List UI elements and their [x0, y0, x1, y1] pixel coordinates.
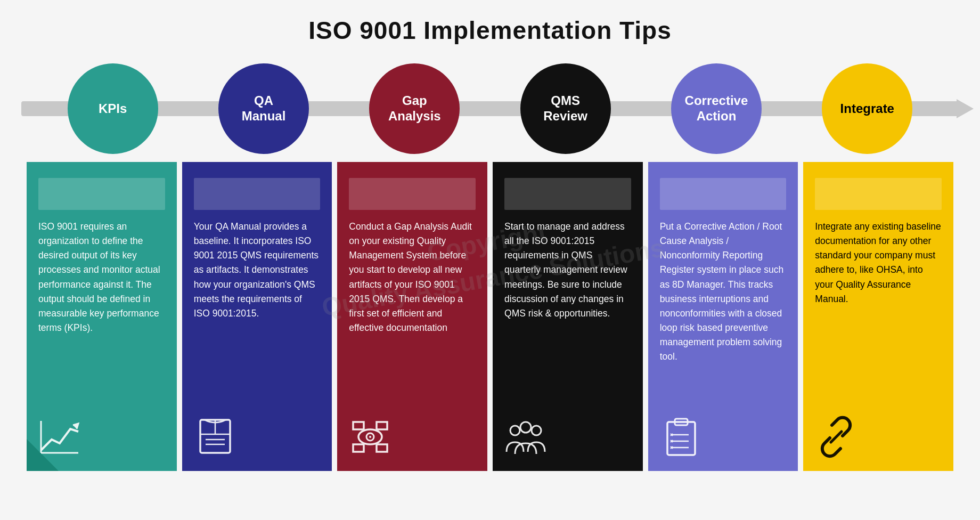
timeline-circles: KPIs QAManual GapAnalysis QMSReview Corr…: [21, 63, 959, 154]
cards-section: ISO 9001 requires an organization to def…: [21, 162, 959, 471]
card-corrective-icon: [660, 416, 787, 460]
page-title: ISO 9001 Implementation Tips: [21, 16, 959, 45]
card-gap: Conduct a Gap Analysis Audit on your exi…: [337, 162, 487, 471]
card-kpi-text: ISO 9001 requires an organization to def…: [38, 220, 165, 407]
card-qms-icon: [504, 416, 631, 460]
svg-point-13: [369, 436, 371, 438]
circle-qa: QAManual: [218, 63, 309, 154]
circle-item-qa: QAManual: [205, 63, 322, 154]
circle-item-corrective: CorrectiveAction: [658, 63, 775, 154]
main-page: CopyrightQuality Assurance Solutions ISO…: [0, 0, 980, 520]
card-kpi: ISO 9001 requires an organization to def…: [27, 162, 177, 471]
card-qms: Start to manage and address all the ISO …: [493, 162, 643, 471]
card-integrate-icon: [815, 416, 942, 460]
card-integrate: Integrate any existing baseline document…: [803, 162, 953, 471]
timeline-section: KPIs QAManual GapAnalysis QMSReview Corr…: [21, 61, 959, 157]
circle-item-gap: GapAnalysis: [356, 63, 473, 154]
card-qms-top-box: [504, 178, 631, 210]
circle-item-kpi: KPIs: [54, 63, 172, 154]
svg-point-14: [510, 426, 520, 435]
circle-qms: QMSReview: [520, 63, 611, 154]
svg-rect-7: [353, 422, 364, 429]
card-kpi-top-box: [38, 178, 165, 210]
card-integrate-top-box: [815, 178, 942, 210]
circle-item-integrate: Integrate: [808, 63, 926, 154]
card-corrective-text: Put a Corrective Action / Root Cause Ana…: [660, 220, 787, 407]
circle-kpi: KPIs: [68, 63, 158, 154]
card-qa-top-box: [194, 178, 321, 210]
svg-rect-10: [377, 444, 387, 452]
card-integrate-text: Integrate any existing baseline document…: [815, 220, 942, 407]
svg-rect-17: [667, 422, 695, 455]
card-gap-icon: [349, 416, 476, 460]
card-corrective-top-box: [660, 178, 787, 210]
card-qms-text: Start to manage and address all the ISO …: [504, 220, 631, 407]
circle-gap: GapAnalysis: [369, 63, 460, 154]
card-gap-text: Conduct a Gap Analysis Audit on your exi…: [349, 220, 476, 407]
svg-rect-9: [353, 444, 364, 452]
svg-line-31: [831, 432, 842, 442]
circle-integrate: Integrate: [822, 63, 912, 154]
circle-corrective: CorrectiveAction: [671, 63, 762, 154]
circle-item-qms: QMSReview: [507, 63, 624, 154]
svg-point-15: [520, 422, 531, 433]
kpi-triangle: [27, 439, 59, 471]
card-corrective: Put a Corrective Action / Root Cause Ana…: [648, 162, 798, 471]
card-gap-top-box: [349, 178, 476, 210]
card-qa-icon: [194, 416, 321, 460]
card-qa: Your QA Manual provides a baseline. It i…: [182, 162, 332, 471]
svg-point-16: [532, 426, 541, 435]
svg-rect-8: [377, 422, 387, 429]
card-qa-text: Your QA Manual provides a baseline. It i…: [194, 220, 321, 407]
